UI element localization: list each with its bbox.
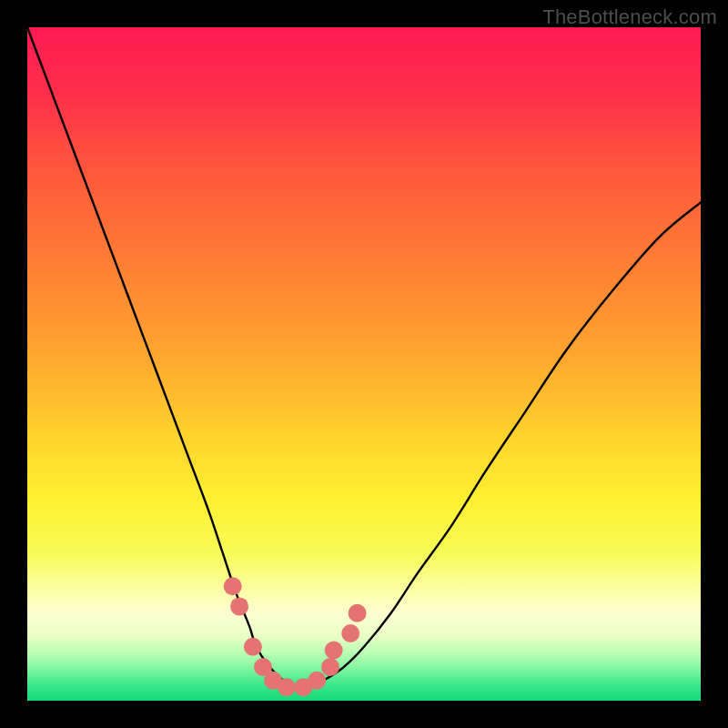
- bottleneck-curve: [27, 27, 701, 688]
- highlight-markers: [224, 577, 367, 696]
- highlight-dot: [349, 604, 367, 622]
- plot-area: [27, 27, 701, 701]
- highlight-dot: [224, 577, 242, 595]
- highlight-dot: [341, 624, 359, 642]
- highlight-dot: [244, 638, 262, 656]
- highlight-dot: [321, 658, 339, 676]
- watermark-text: TheBottleneck.com: [542, 5, 717, 29]
- chart-frame: TheBottleneck.com: [0, 0, 728, 728]
- highlight-dot: [325, 642, 343, 660]
- curve-layer: [27, 27, 701, 701]
- highlight-dot: [230, 597, 248, 615]
- highlight-dot: [278, 678, 296, 696]
- highlight-dot: [308, 672, 326, 690]
